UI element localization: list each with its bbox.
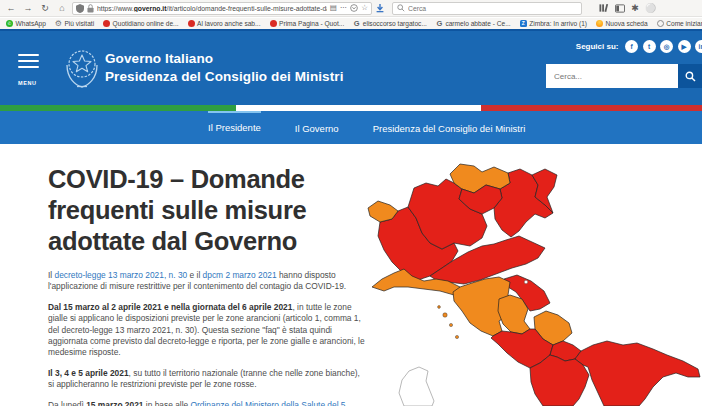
downloads-icon[interactable] xyxy=(375,3,385,13)
body-link[interactable]: dpcm 2 marzo 2021 xyxy=(203,270,277,280)
island-dot xyxy=(455,335,458,338)
bold-text: Il 3, 4 e 5 aprile 2021 xyxy=(48,368,129,378)
site-header: MENU Governo Italiano Presidenza del Con… xyxy=(0,29,702,105)
main-nav: Il PresidenteIl GovernoPresidenza del Co… xyxy=(0,111,702,144)
region-puglia xyxy=(575,341,700,406)
article-content: COVID-19 – Domande frequenti sulle misur… xyxy=(0,144,702,406)
youtube-icon[interactable]: ▶ xyxy=(678,40,691,53)
paragraph: Il decreto-legge 13 marzo 2021, n. 30 e … xyxy=(48,270,366,293)
paragraph: Da lunedì 15 marzo 2021 in base alle Ord… xyxy=(48,400,366,406)
reddot-favicon xyxy=(103,20,110,27)
island-dot xyxy=(443,313,447,317)
toolbar-search-input[interactable] xyxy=(408,5,577,12)
bookmark-label: elisoccorso targatoc... xyxy=(363,20,427,27)
nav-item[interactable]: Il Presidente xyxy=(208,111,261,133)
bookmark-label: Zimbra: In arrivo (1) xyxy=(529,20,587,27)
follow-label: Seguici su: xyxy=(576,42,619,51)
flame-favicon xyxy=(596,20,603,27)
paragraph: Il 3, 4 e 5 aprile 2021, su tutto il ter… xyxy=(48,368,366,391)
bookmark-item[interactable]: Nuova scheda xyxy=(596,20,648,27)
page-title: COVID-19 – Domande frequenti sulle misur… xyxy=(48,164,362,257)
paragraph: Dal 15 marzo al 2 aprile 2021 e nella gi… xyxy=(48,302,366,359)
bookmark-item[interactable]: Gelisoccorso targatoc... xyxy=(353,20,427,27)
library-icon[interactable] xyxy=(599,3,609,13)
bookmark-star-icon[interactable]: ☆ xyxy=(361,3,368,13)
bookmark-item[interactable]: Quotidiano online de... xyxy=(103,20,179,27)
region-sardegna xyxy=(399,367,434,406)
bookmark-item[interactable]: ⚙Più visitati xyxy=(55,20,94,27)
bookmark-item[interactable]: Gcarmelo abbate - Ce... xyxy=(436,20,511,27)
bookmark-label: Al lavoro anche sab... xyxy=(197,20,260,27)
google-favicon: G xyxy=(353,20,360,27)
bookmarks-bar: ✆WhatsApp⚙Più visitatiQuotidiano online … xyxy=(0,18,702,29)
nav-item[interactable]: Presidenza del Consiglio dei Ministri xyxy=(373,111,526,134)
nav-item[interactable]: Il Governo xyxy=(295,111,339,134)
lock-icon xyxy=(87,4,94,13)
extension-icon[interactable]: ✱ xyxy=(631,1,639,16)
forward-icon[interactable]: → xyxy=(21,1,35,16)
body-link[interactable]: decreto-legge 13 marzo 2021, n. 30 xyxy=(55,270,188,280)
browser-toolbar: ← → ↻ ⌂ https://www.governo.it/it/artico… xyxy=(0,0,702,17)
toolbar-search[interactable] xyxy=(392,2,582,15)
bookmark-label: Più visitati xyxy=(64,20,94,27)
pocket-icon[interactable] xyxy=(350,4,358,12)
twitter-icon[interactable]: t xyxy=(643,40,656,53)
back-icon[interactable]: ← xyxy=(4,1,18,16)
sidebars-icon[interactable] xyxy=(615,4,625,13)
search-icon xyxy=(397,4,405,12)
italy-zones-map xyxy=(342,156,702,406)
bookmark-item[interactable]: Al lavoro anche sab... xyxy=(188,20,261,27)
site-search-input[interactable] xyxy=(546,64,678,88)
reddot-favicon xyxy=(270,20,277,27)
reader-mode-icon[interactable]: ▤ xyxy=(330,3,337,13)
site-search xyxy=(546,64,702,88)
menu-label: MENU xyxy=(18,80,37,86)
hamburger-icon xyxy=(18,54,39,56)
bold-text: 15 marzo 2021 xyxy=(86,400,143,406)
page-actions-icon[interactable]: ⋯ xyxy=(340,3,348,13)
google-favicon: G xyxy=(436,20,443,27)
site-title-line2: Presidenza del Consiglio dei Ministri xyxy=(105,68,344,86)
shield-icon[interactable] xyxy=(76,4,84,13)
text: in base alle xyxy=(143,400,190,406)
url-text: https://www.governo.it/it/articolo/doman… xyxy=(97,5,327,12)
linkedin-icon[interactable]: in xyxy=(695,40,702,53)
menu-button[interactable]: MENU xyxy=(18,54,39,89)
bookmark-item[interactable]: ✆WhatsApp xyxy=(6,20,46,27)
island-dot xyxy=(438,306,441,309)
bookmark-label: Quotidiano online de... xyxy=(113,20,179,27)
menu-overflow-icon[interactable]: ⚪ xyxy=(645,1,653,16)
toolbar-right-icons: ✱ ⚪ xyxy=(599,1,653,16)
bookmark-label: Prima Pagina - Quot... xyxy=(279,20,344,27)
republic-emblem-logo xyxy=(61,44,103,90)
island-dot xyxy=(449,323,452,326)
san-marino-dot xyxy=(524,280,528,284)
article-body: Il decreto-legge 13 marzo 2021, n. 30 e … xyxy=(48,270,366,406)
gear-favicon: ⚙ xyxy=(55,20,62,27)
reload-icon[interactable]: ↻ xyxy=(38,1,52,16)
text: Da lunedì xyxy=(48,400,86,406)
bookmark-item[interactable]: Prima Pagina - Quot... xyxy=(270,20,345,27)
bookmark-label: carmelo abbate - Ce... xyxy=(445,20,510,27)
bookmark-label: WhatsApp xyxy=(16,20,46,27)
zimbra-favicon: Z xyxy=(520,20,527,27)
social-links: Seguici su: ft◎▶in xyxy=(576,40,702,53)
bookmark-item[interactable]: Come iniziare xyxy=(657,20,702,27)
reddot-favicon xyxy=(188,20,195,27)
home-icon[interactable]: ⌂ xyxy=(55,1,69,16)
bookmark-label: Nuova scheda xyxy=(606,20,648,27)
globe-favicon xyxy=(657,20,664,27)
facebook-icon[interactable]: f xyxy=(625,40,638,53)
instagram-icon[interactable]: ◎ xyxy=(660,40,673,53)
bookmark-label: Come iniziare xyxy=(666,20,702,27)
bold-text: Dal 15 marzo al 2 aprile 2021 e nella gi… xyxy=(48,302,292,312)
site-title[interactable]: Governo Italiano Presidenza del Consigli… xyxy=(105,50,344,85)
site-search-button[interactable] xyxy=(678,64,702,88)
text: e il xyxy=(187,270,202,280)
search-icon xyxy=(685,71,696,82)
whatsapp-favicon: ✆ xyxy=(6,20,13,27)
url-bar[interactable]: https://www.governo.it/it/articolo/doman… xyxy=(72,2,372,15)
site-title-line1: Governo Italiano xyxy=(105,50,344,68)
bookmark-item[interactable]: ZZimbra: In arrivo (1) xyxy=(520,20,587,27)
